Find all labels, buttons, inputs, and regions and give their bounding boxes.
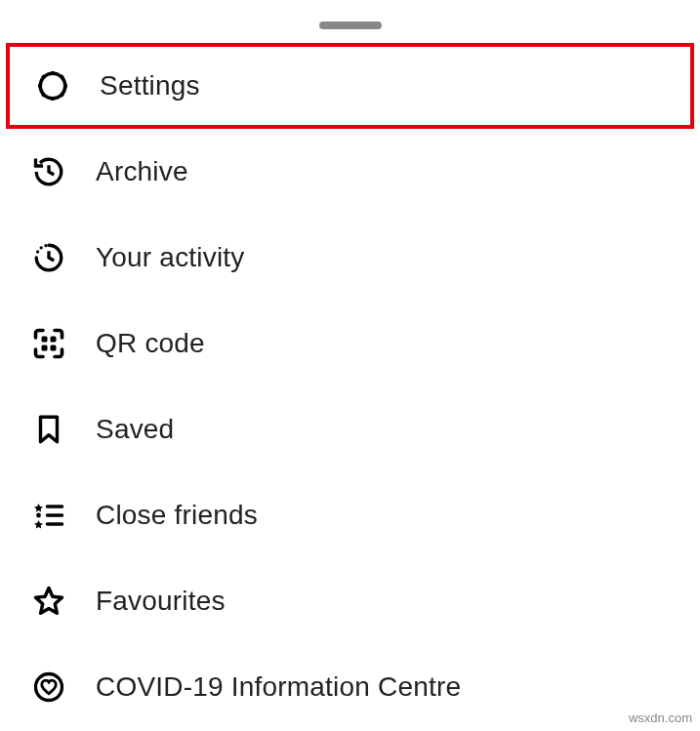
star-icon — [29, 582, 68, 621]
svg-point-20 — [36, 674, 62, 701]
close-friends-icon — [29, 496, 68, 535]
menu-item-label: Favourites — [96, 586, 226, 617]
drag-handle[interactable] — [319, 21, 382, 29]
menu-item-close-friends[interactable]: Close friends — [0, 472, 700, 558]
menu-item-saved[interactable]: Saved — [0, 386, 700, 472]
svg-point-10 — [40, 246, 43, 249]
svg-rect-15 — [51, 345, 57, 351]
svg-line-6 — [61, 94, 62, 96]
menu-item-archive[interactable]: Archive — [0, 129, 700, 215]
svg-line-8 — [61, 75, 62, 77]
svg-rect-14 — [42, 345, 48, 351]
settings-icon — [33, 66, 72, 105]
heart-circle-icon — [29, 668, 68, 707]
menu-item-covid-info[interactable]: COVID-19 Information Centre — [0, 644, 700, 730]
menu-item-label: Archive — [96, 156, 188, 187]
svg-point-19 — [36, 513, 41, 518]
menu-list: Settings Archive — [0, 43, 700, 730]
bottom-sheet: Settings Archive — [0, 0, 700, 731]
activity-icon — [29, 238, 68, 277]
menu-item-label: COVID-19 Information Centre — [96, 671, 461, 703]
svg-rect-12 — [42, 337, 48, 343]
svg-point-11 — [44, 244, 47, 247]
menu-item-your-activity[interactable]: Your activity — [0, 215, 700, 301]
bookmark-icon — [29, 410, 68, 449]
menu-item-qr-code[interactable]: QR code — [0, 301, 700, 386]
watermark: wsxdn.com — [629, 711, 692, 725]
menu-item-favourites[interactable]: Favourites — [0, 558, 700, 644]
svg-line-7 — [42, 94, 44, 96]
menu-item-label: Your activity — [96, 242, 245, 273]
menu-item-label: Saved — [96, 414, 174, 445]
menu-item-label: Settings — [100, 70, 200, 102]
menu-item-label: Close friends — [96, 500, 258, 531]
menu-item-settings[interactable]: Settings — [6, 43, 694, 129]
menu-item-label: QR code — [96, 328, 205, 359]
qr-code-icon — [29, 324, 68, 363]
archive-icon — [29, 152, 68, 191]
svg-point-9 — [36, 250, 39, 253]
svg-line-5 — [42, 75, 44, 77]
svg-rect-13 — [51, 337, 57, 343]
